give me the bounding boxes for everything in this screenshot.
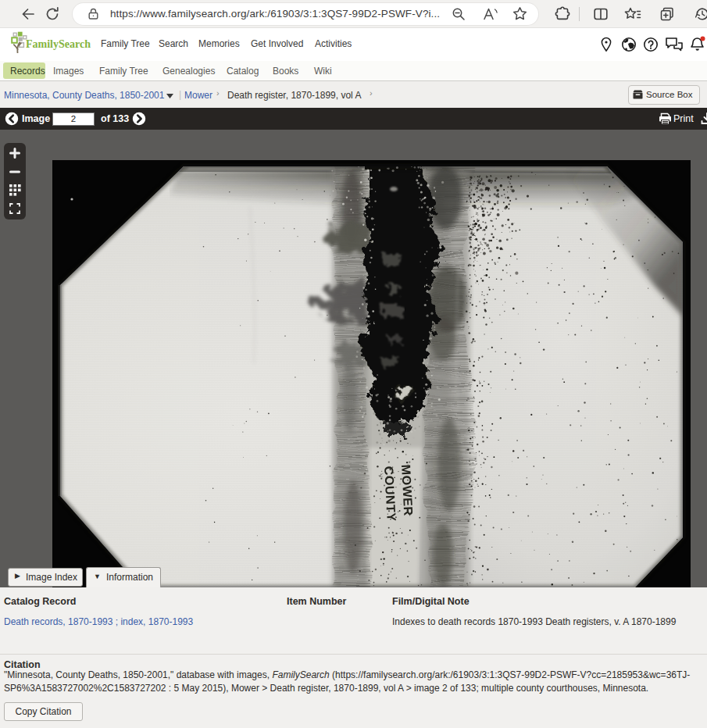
svg-text:MOWER: MOWER — [399, 464, 415, 516]
